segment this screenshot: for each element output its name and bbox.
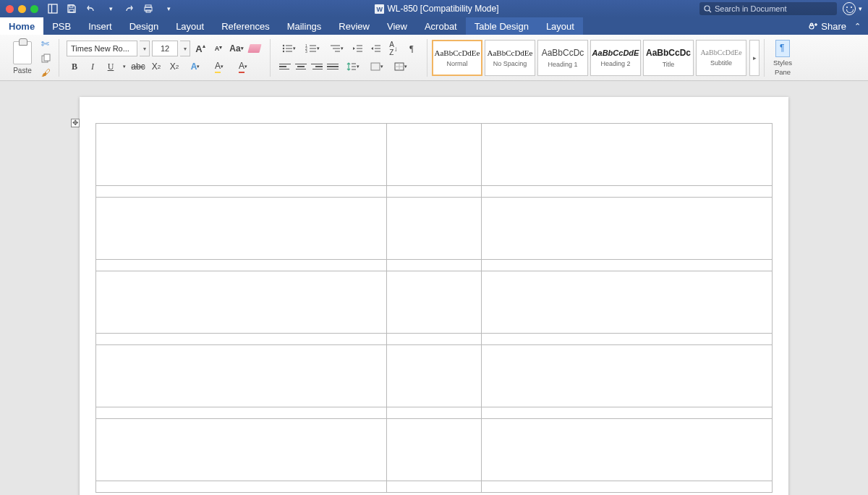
shading-button[interactable]: ▾ (366, 59, 388, 75)
table-cell[interactable] (387, 419, 482, 481)
font-size-dropdown-icon[interactable]: ▾ (180, 41, 190, 56)
table-cell[interactable] (387, 407, 482, 419)
redo-icon[interactable] (124, 3, 135, 14)
font-size-combo[interactable]: 12 (152, 41, 178, 56)
page[interactable]: ✥ (80, 97, 788, 495)
tab-references[interactable]: References (213, 17, 278, 35)
tab-psb[interactable]: PSB (43, 17, 80, 35)
tab-review[interactable]: Review (330, 17, 378, 35)
bullets-button[interactable]: ▾ (278, 41, 299, 56)
table-cell[interactable] (387, 198, 482, 260)
table-cell[interactable] (481, 419, 772, 481)
share-button[interactable]: Share ⌃ (801, 17, 868, 35)
clear-formatting-button[interactable] (247, 41, 263, 56)
copy-icon[interactable] (41, 53, 51, 63)
tab-design[interactable]: Design (121, 17, 167, 35)
numbering-button[interactable]: 123▾ (302, 41, 323, 56)
table-cell[interactable] (387, 345, 482, 407)
table-cell[interactable] (96, 198, 387, 260)
table-cell[interactable] (96, 186, 387, 198)
table-cell[interactable] (481, 198, 772, 260)
table-cell[interactable] (387, 334, 482, 345)
table-cell[interactable] (481, 124, 772, 186)
tab-acrobat[interactable]: Acrobat (416, 17, 466, 35)
close-window-button[interactable] (6, 5, 14, 13)
tab-layout[interactable]: Layout (537, 17, 583, 35)
print-icon[interactable] (142, 3, 154, 14)
style-subtitle[interactable]: AaBbCcDdEeSubtitle (696, 40, 746, 76)
strikethrough-button[interactable]: abc (130, 59, 146, 75)
search-input[interactable]: Search in Document (699, 2, 837, 15)
sort-button[interactable]: AZ↓ (386, 41, 401, 56)
zoom-window-button[interactable] (30, 5, 38, 13)
table-cell[interactable] (96, 345, 387, 407)
tab-layout[interactable]: Layout (167, 17, 213, 35)
underline-dropdown[interactable]: ▾ (121, 59, 128, 75)
table-cell[interactable] (481, 345, 772, 407)
collapse-ribbon-icon[interactable]: ⌃ (854, 22, 861, 31)
table-cell[interactable] (96, 334, 387, 345)
change-case-button[interactable]: Aa▾ (229, 41, 244, 56)
align-left-button[interactable] (278, 60, 292, 73)
superscript-button[interactable]: X2 (166, 59, 182, 75)
bold-button[interactable]: B (67, 59, 82, 75)
increase-indent-button[interactable] (367, 41, 383, 56)
styles-gallery-more-icon[interactable]: ▸ (749, 40, 760, 76)
undo-icon[interactable] (85, 3, 96, 14)
multilevel-list-button[interactable]: ▾ (326, 41, 347, 56)
grow-font-button[interactable]: A▴ (192, 41, 208, 56)
decrease-indent-button[interactable] (349, 41, 365, 56)
align-right-button[interactable] (310, 60, 324, 73)
align-center-button[interactable] (294, 60, 308, 73)
table-cell[interactable] (387, 260, 482, 271)
table-cell[interactable] (481, 407, 772, 419)
table-cell[interactable] (96, 271, 387, 334)
highlight-button[interactable]: A▾ (208, 59, 230, 75)
table-row[interactable] (96, 419, 773, 481)
tab-home[interactable]: Home (0, 17, 43, 35)
document-table[interactable] (95, 123, 773, 493)
table-row[interactable] (96, 334, 773, 345)
document-area[interactable]: ✥ (0, 81, 868, 495)
table-cell[interactable] (387, 186, 482, 198)
tab-insert[interactable]: Insert (80, 17, 121, 35)
align-justify-button[interactable] (326, 60, 340, 73)
style-heading-1[interactable]: AaBbCcDcHeading 1 (537, 40, 588, 76)
table-cell[interactable] (96, 419, 387, 481)
table-row[interactable] (96, 198, 773, 260)
font-name-combo[interactable]: Times New Ro... (67, 41, 137, 56)
font-name-dropdown-icon[interactable]: ▾ (140, 41, 150, 56)
table-row[interactable] (96, 345, 773, 407)
style-normal[interactable]: AaBbCcDdEeNormal (432, 40, 482, 76)
table-row[interactable] (96, 260, 773, 271)
feedback-dropdown-icon[interactable]: ▾ (859, 5, 862, 12)
table-cell[interactable] (481, 260, 772, 271)
feedback-icon[interactable] (843, 2, 856, 15)
format-painter-icon[interactable]: 🖌 (41, 67, 51, 77)
style-title[interactable]: AaBbCcDcTitle (643, 40, 694, 76)
line-spacing-button[interactable]: ▾ (342, 59, 364, 75)
table-cell[interactable] (96, 260, 387, 271)
text-effects-button[interactable]: A▾ (184, 59, 206, 75)
style-no-spacing[interactable]: AaBbCcDdEeNo Spacing (485, 40, 535, 76)
show-marks-button[interactable]: ¶ (404, 41, 420, 56)
table-cell[interactable] (96, 407, 387, 419)
table-row[interactable] (96, 407, 773, 419)
borders-button[interactable]: ▾ (390, 59, 412, 75)
subscript-button[interactable]: X2 (148, 59, 164, 75)
table-row[interactable] (96, 271, 773, 334)
table-cell[interactable] (387, 124, 482, 186)
shrink-font-button[interactable]: A▾ (210, 41, 226, 56)
qat-window-icon[interactable] (47, 3, 59, 14)
paste-button[interactable]: Paste (7, 38, 38, 78)
table-row[interactable] (96, 124, 773, 186)
undo-dropdown-icon[interactable]: ▾ (105, 3, 116, 14)
table-row[interactable] (96, 481, 773, 493)
style-heading-2[interactable]: AaBbCcDdEHeading 2 (590, 40, 641, 76)
table-cell[interactable] (481, 334, 772, 345)
styles-pane-button[interactable]: Styles Pane (769, 40, 796, 76)
tab-mailings[interactable]: Mailings (278, 17, 331, 35)
font-color-button[interactable]: A▾ (232, 59, 254, 75)
tab-table-design[interactable]: Table Design (466, 17, 537, 35)
qat-customize-icon[interactable]: ▾ (163, 3, 174, 14)
